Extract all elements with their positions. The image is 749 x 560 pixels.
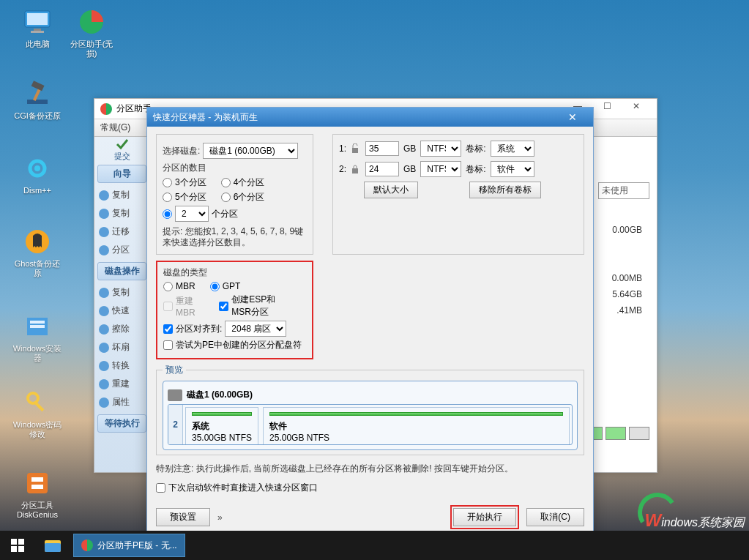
sidebar-item[interactable]: 转换 <box>94 356 149 375</box>
sidebar-item[interactable]: 属性 <box>94 393 149 411</box>
custom-count-dropdown[interactable]: 2 <box>175 206 209 222</box>
sidebar-section-disk: 磁盘操作 <box>97 262 146 280</box>
desktop-icon-winpwd[interactable]: Windows密码修改 <box>12 388 63 439</box>
desktop-icon-ghost[interactable]: Ghost备份还原 <box>12 227 63 278</box>
dialog-titlebar: 快速分区神器 - 为装机而生 ✕ <box>147 108 593 127</box>
default-size-button[interactable]: 默认大小 <box>364 182 418 198</box>
disk-value: 5.64GB <box>612 289 642 299</box>
app-logo-icon <box>81 540 93 551</box>
radio-5-parts[interactable] <box>163 193 172 202</box>
next-time-checkbox[interactable] <box>156 483 165 493</box>
svg-rect-16 <box>27 473 48 493</box>
sidebar-item[interactable]: 擦除 <box>94 320 149 338</box>
gear-icon <box>23 154 52 183</box>
part1-size-input[interactable] <box>365 141 399 156</box>
svg-rect-1 <box>27 13 48 25</box>
svg-rect-15 <box>34 401 44 411</box>
menu-general[interactable]: 常规(G) <box>100 122 130 134</box>
start-button[interactable] <box>0 531 35 560</box>
sidebar-section-wizard: 向导 <box>97 165 146 183</box>
svg-rect-5 <box>27 100 48 104</box>
part1-label-dropdown[interactable]: 系统 <box>491 141 534 157</box>
remove-labels-button[interactable]: 移除所有卷标 <box>469 182 541 198</box>
preset-button[interactable]: 预设置 <box>156 508 210 526</box>
svg-rect-22 <box>18 539 24 545</box>
svg-rect-18 <box>31 485 43 489</box>
preset-expand-icon[interactable]: » <box>217 512 223 523</box>
align-checkbox[interactable] <box>163 324 173 334</box>
maximize-button[interactable]: ☐ <box>592 101 622 117</box>
sidebar-item[interactable]: 复制 <box>94 186 149 204</box>
svg-rect-13 <box>30 325 45 328</box>
preview-partition-2: 软件 25.00GB NTFS <box>263 407 570 445</box>
svg-rect-26 <box>45 543 61 552</box>
part1-fs-dropdown[interactable]: NTFS <box>420 141 461 157</box>
dialog-title: 快速分区神器 - 为装机而生 <box>153 111 258 124</box>
radio-custom-parts[interactable] <box>163 209 172 219</box>
sidebar-item[interactable]: 重建 <box>94 375 149 393</box>
diskgenius-icon <box>23 468 52 498</box>
desktop-icon-computer[interactable]: 此电脑 <box>12 7 63 49</box>
desktop-icon-partition[interactable]: 分区助手(无损) <box>66 7 117 59</box>
part2-fs-dropdown[interactable]: NTFS <box>420 161 461 177</box>
close-button[interactable]: ✕ <box>622 101 651 117</box>
watermark: Windows系统家园 www.runhaifu.com <box>645 510 745 531</box>
radio-gpt[interactable] <box>210 282 220 291</box>
preview-group: 预览 磁盘1 (60.00GB) 2 系统 35.00GB NTFS <box>156 364 584 455</box>
radio-6-parts[interactable] <box>221 193 231 202</box>
submit-label[interactable]: 提交 <box>114 151 130 162</box>
sidebar-item[interactable]: 分区 <box>94 241 149 259</box>
taskbar-app-button[interactable]: 分区助手PE版 - 无... <box>73 534 185 557</box>
desktop-icon-dism[interactable]: Dism++ <box>12 154 63 195</box>
partition-sizes-group: 1: GB NTFS 卷标: 系统 2: GB NTFS 卷标: 软件 <box>332 134 584 255</box>
create-esp-checkbox[interactable] <box>219 302 228 311</box>
align-dropdown[interactable]: 2048 扇区 <box>225 321 286 337</box>
svg-rect-2 <box>34 29 41 31</box>
sidebar-item[interactable]: 复制 <box>94 283 149 302</box>
part2-label: 2: <box>339 164 346 174</box>
select-disk-dropdown[interactable]: 磁盘1 (60.00GB) <box>203 143 298 159</box>
sidebar: 提交 向导 复制 复制 迁移 分区 磁盘操作 复制 快速 擦除 坏扇 转换 重建… <box>94 137 150 472</box>
disk-value: .41MB <box>616 305 642 316</box>
submit-icon <box>116 138 129 151</box>
sidebar-item[interactable]: 复制 <box>94 204 149 223</box>
desktop-icon-wininstall[interactable]: Windows安装器 <box>12 312 63 363</box>
rebuild-mbr-checkbox <box>163 302 173 311</box>
disk-icon <box>168 389 182 401</box>
disk-name: 磁盘1 (60.00GB) <box>187 389 253 401</box>
partition-number: 2 <box>168 405 183 444</box>
key-icon <box>23 388 52 417</box>
app-logo-icon <box>100 103 112 115</box>
svg-point-9 <box>34 165 40 171</box>
svg-rect-20 <box>352 168 358 173</box>
dialog-close-button[interactable]: ✕ <box>558 111 587 123</box>
svg-rect-21 <box>11 539 17 545</box>
sidebar-item[interactable]: 坏扇 <box>94 338 149 356</box>
disk-type-legend: 磁盘的类型 <box>163 266 306 279</box>
desktop-icon-cgi[interactable]: CGI备份还原 <box>12 79 63 121</box>
computer-icon <box>23 7 52 37</box>
svg-rect-12 <box>30 321 45 324</box>
lock-closed-icon[interactable] <box>351 164 361 174</box>
radio-mbr[interactable] <box>163 282 173 291</box>
hint-text: 提示: 您能按1, 2, 3, 4, 5, 6, 7, 8, 9键来快速选择分区… <box>163 226 307 248</box>
taskbar-explorer-icon[interactable] <box>35 531 70 560</box>
disk-value: 0.00GB <box>612 225 642 235</box>
execute-button[interactable]: 开始执行 <box>453 508 516 526</box>
unused-label: 未使用 <box>598 182 649 199</box>
radio-4-parts[interactable] <box>221 178 231 187</box>
sidebar-item[interactable]: 快速 <box>94 302 149 320</box>
cancel-button[interactable]: 取消(C) <box>526 508 584 526</box>
part2-label-dropdown[interactable]: 软件 <box>491 161 534 177</box>
taskbar: 分区助手PE版 - 无... <box>0 531 749 560</box>
disk-type-highlight: 磁盘的类型 MBR GPT 重建MBR 创建ESP和MSR分区 分区对齐到: 2… <box>156 261 313 359</box>
part2-size-input[interactable] <box>365 162 399 176</box>
radio-3-parts[interactable] <box>163 178 172 187</box>
sidebar-item[interactable]: 迁移 <box>94 223 149 241</box>
lock-open-icon[interactable] <box>351 143 361 154</box>
partition-count-label: 分区的数目 <box>163 162 307 174</box>
desktop-icon-diskgenius[interactable]: 分区工具DiskGenius <box>12 468 63 520</box>
try-pe-checkbox[interactable] <box>163 340 173 350</box>
preview-legend: 预览 <box>163 364 186 376</box>
disk-settings-group: 选择磁盘: 磁盘1 (60.00GB) 分区的数目 3个分区 4个分区 5个分区… <box>156 134 313 255</box>
